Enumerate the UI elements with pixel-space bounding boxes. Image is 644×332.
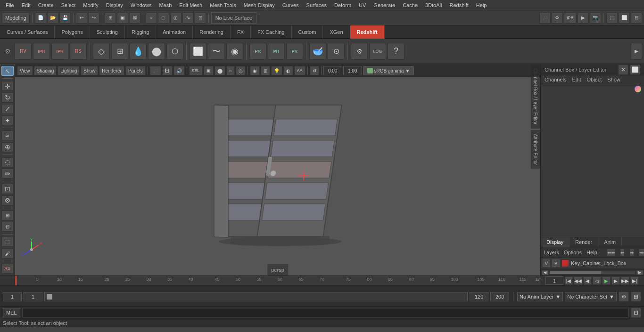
anim-settings-btn[interactable]: ⚙	[619, 292, 629, 302]
shelf-icon-grid[interactable]: ⊞	[111, 43, 128, 60]
shelf-icon-ipr[interactable]: IPR	[33, 43, 50, 60]
shelf-icon-question[interactable]: ?	[388, 43, 405, 60]
tab-rendering[interactable]: Rendering	[193, 25, 231, 39]
layer-arrow-left1[interactable]: ⬅	[620, 249, 625, 256]
scroll-right-btn[interactable]: ▶	[636, 270, 643, 275]
layer-tab-display[interactable]: Display	[541, 237, 570, 247]
show-hide-btn[interactable]: ⊞	[1, 211, 14, 220]
anim-extra-btn[interactable]: ⊞	[631, 292, 641, 302]
vp-wire-btn[interactable]: ○	[226, 66, 235, 75]
range-end2-input[interactable]	[490, 292, 509, 301]
scale-tool-btn[interactable]: ⤢	[1, 104, 14, 114]
rs-logo-btn[interactable]: RS	[1, 264, 14, 274]
vp-isolate-btn[interactable]: ◉	[250, 66, 260, 75]
horizontal-scrollbar[interactable]	[549, 271, 636, 275]
menu-deform[interactable]: Deform	[330, 1, 355, 9]
select-by-object-btn[interactable]: ▣	[117, 12, 128, 24]
shelf-icon-pr1[interactable]: PR	[249, 43, 266, 60]
frame-number-input[interactable]	[545, 276, 563, 285]
menu-uv[interactable]: UV	[355, 1, 370, 9]
menu-redshift[interactable]: Redshift	[446, 1, 472, 9]
layers-menu-options[interactable]: Options	[564, 250, 582, 255]
menu-create[interactable]: Create	[34, 1, 58, 9]
vp-xray-btn[interactable]: ◎	[236, 66, 246, 75]
layout-btn1[interactable]: ⬚	[606, 12, 618, 24]
pivot-btn[interactable]: ⊗	[1, 195, 14, 205]
vp-grid-btn[interactable]: ⊞	[261, 66, 270, 75]
layer-p-btn[interactable]: P	[552, 259, 560, 267]
rotate-tool-btn[interactable]: ↻	[1, 92, 14, 102]
shelf-icon-rs-settings[interactable]: ⚙	[351, 43, 368, 60]
prev-frame-btn[interactable]: ◀	[583, 276, 592, 285]
menu-mesh-display[interactable]: Mesh Display	[240, 1, 279, 9]
snap-point-btn[interactable]: ⊡	[1, 184, 14, 194]
render-region-btn[interactable]: ⬚	[1, 237, 14, 247]
new-file-btn[interactable]: 📄	[35, 12, 46, 24]
render-settings-btn[interactable]: ⚙	[552, 12, 563, 24]
layer-arrow-left2[interactable]: ⬅⬅	[607, 249, 615, 256]
snap-btn[interactable]: ⊕	[1, 142, 14, 152]
vp-renderer-menu[interactable]: Renderer	[99, 66, 124, 75]
undo-btn[interactable]: ↩	[76, 12, 87, 24]
shelf-icon-wave[interactable]: 〜	[208, 43, 225, 60]
menu-modify[interactable]: Modify	[79, 1, 102, 9]
paint-effects-btn[interactable]: 🖌	[1, 248, 14, 258]
tab-redshift[interactable]: Redshift	[350, 25, 385, 39]
select-by-hierarchy-btn[interactable]: ⊞	[105, 12, 116, 24]
menu-file[interactable]: File	[2, 1, 18, 9]
vp-color-space-btn[interactable]: sRGB gamma ▼	[363, 66, 414, 75]
menu-edit-mesh[interactable]: Edit Mesh	[175, 1, 206, 9]
snap-to-grid-btn[interactable]: ⊠	[129, 12, 140, 24]
shelf-icon-sphere[interactable]: ⬤	[148, 43, 165, 60]
menu-mesh-tools[interactable]: Mesh Tools	[206, 1, 239, 9]
vp-camera-btn[interactable]: 🎥	[150, 66, 161, 75]
vp-number2-input[interactable]	[343, 66, 362, 75]
cb-menu-channels[interactable]: Channels	[545, 77, 566, 82]
shelf-icon-drop[interactable]: 💧	[130, 43, 147, 60]
vp-refresh-btn[interactable]: ↺	[310, 66, 319, 75]
vp-shade-btn[interactable]: ⬤	[215, 66, 225, 75]
snapshot-btn[interactable]: 📷	[590, 12, 601, 24]
shelf-icon-diamond[interactable]: ◇	[93, 43, 110, 60]
vp-audio-btn[interactable]: 🔊	[173, 66, 185, 75]
cb-menu-show[interactable]: Show	[607, 77, 620, 82]
tab-fx-caching[interactable]: FX Caching	[251, 25, 291, 39]
menu-select[interactable]: Select	[58, 1, 80, 9]
shelf-icon-cube[interactable]: ⬜	[190, 43, 206, 60]
layer-arrow-right2[interactable]: ➡➡	[639, 249, 644, 256]
menu-mesh[interactable]: Mesh	[155, 1, 175, 9]
menu-help[interactable]: Help	[472, 1, 491, 9]
goto-end-btn[interactable]: ▶|	[630, 276, 639, 285]
cb-menu-object[interactable]: Object	[586, 77, 602, 82]
vp-shadow-btn[interactable]: ◐	[283, 66, 293, 75]
step-back-btn[interactable]: ◀◀	[574, 276, 582, 285]
universal-manip-btn[interactable]: ✦	[1, 115, 14, 125]
lasso-tool-btn[interactable]: ◌	[1, 157, 14, 167]
vp-select-type-btn[interactable]: SEL	[189, 66, 203, 75]
menu-generate[interactable]: Generate	[370, 1, 399, 9]
tab-polygons[interactable]: Polygons	[55, 25, 90, 39]
goto-start-btn[interactable]: |◀	[564, 276, 573, 285]
save-file-btn[interactable]: 💾	[59, 12, 71, 24]
range-end-input[interactable]	[470, 292, 488, 301]
menu-curves[interactable]: Curves	[279, 1, 303, 9]
paint-select-btn[interactable]: ◌	[158, 12, 169, 24]
attribute-editor-edge-tab[interactable]: Attribute Editor	[530, 130, 540, 169]
multi-sel-btn[interactable]: ⊡	[195, 12, 206, 24]
layout-btn3[interactable]: ⊟	[631, 12, 642, 24]
menu-edit[interactable]: Edit	[18, 1, 34, 9]
tab-animation[interactable]: Animation	[156, 25, 193, 39]
layer-tab-render[interactable]: Render	[570, 237, 598, 247]
shelf-icon-ipr2[interactable]: IPR	[51, 43, 68, 60]
layout-btn2[interactable]: ⬜	[619, 12, 630, 24]
layers-menu-help[interactable]: Help	[586, 250, 597, 255]
scroll-left-btn[interactable]: ◀	[542, 270, 548, 275]
camera-btn[interactable]: 🎥	[539, 12, 551, 24]
vp-display-mode[interactable]: ▣	[204, 66, 214, 75]
frame-start-input[interactable]	[3, 292, 22, 301]
vp-shading-menu[interactable]: Shading	[34, 66, 57, 75]
step-fwd-btn[interactable]: ▶▶	[621, 276, 629, 285]
mode-dropdown[interactable]: Modeling	[2, 12, 30, 24]
vp-view-menu[interactable]: View	[17, 66, 33, 75]
tab-xgen[interactable]: XGen	[323, 25, 350, 39]
